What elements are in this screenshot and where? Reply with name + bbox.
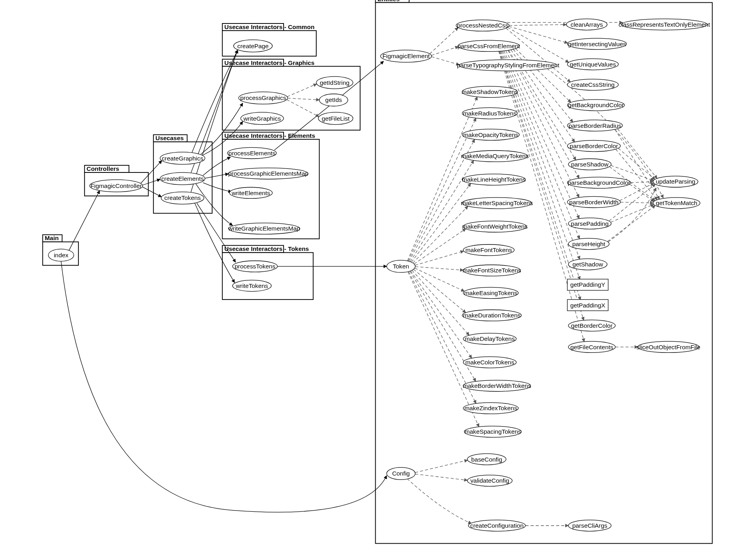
- node-label-makeFontSizeTokens: makeFontSizeTokens: [462, 267, 521, 274]
- node-getBorderColor: getBorderColor: [568, 320, 615, 331]
- node-label-parseBorderWidth: parseBorderWidth: [569, 199, 619, 205]
- node-getTokenMatch: getTokenMatch: [653, 198, 700, 209]
- node-getFileContents: getFileContents: [568, 341, 615, 352]
- node-makeShadowTokens: makeShadowTokens: [462, 86, 518, 98]
- node-createConfiguration: createConfiguration: [468, 520, 526, 531]
- node-cleanArrays: cleanArrays: [566, 19, 607, 30]
- node-label-getPaddingY: getPaddingY: [570, 281, 605, 288]
- node-label-getBorderColor: getBorderColor: [571, 322, 613, 329]
- cluster-label-uiCommon: Usecase Interactors - Common: [224, 23, 314, 30]
- node-label-createTokens: createTokens: [165, 194, 201, 201]
- node-figctrl: FigmagicController: [90, 180, 143, 192]
- node-label-makeBorderWidthTokens: makeBorderWidthTokens: [463, 382, 531, 389]
- node-label-token: Token: [393, 263, 409, 270]
- node-label-processElements: processElements: [229, 150, 276, 157]
- node-label-makeFontWeightTokens: makeFontWeightTokens: [462, 223, 528, 230]
- cluster-entities: Entities: [376, 0, 713, 544]
- node-label-makeRadiusTokens: makeRadiusTokens: [463, 110, 517, 117]
- node-label-makeColorTokens: makeColorTokens: [465, 359, 514, 366]
- node-makeOpacityTokens: makeOpacityTokens: [462, 129, 519, 140]
- node-makeFontSizeTokens: makeFontSizeTokens: [462, 265, 521, 276]
- architecture-diagram: MainControllersUsecasesUsecase Interacto…: [0, 0, 756, 546]
- node-getPaddingX: getPaddingX: [567, 299, 608, 311]
- node-label-makeMediaQueryTokens: makeMediaQueryTokens: [461, 153, 529, 159]
- node-makeSpacingTokens: makeSpacingTokens: [464, 426, 522, 437]
- node-label-getIntersectingValues: getIntersectingValues: [568, 41, 626, 47]
- node-validateConfig: validateConfig: [467, 475, 512, 486]
- node-figelem: FigmagicElement: [380, 50, 431, 63]
- node-label-parseShadow: parseShadow: [571, 161, 609, 168]
- node-label-makeEasingTokens: makeEasingTokens: [464, 290, 518, 296]
- node-label-sliceOutObject: sliceOutObjectFromFile: [637, 344, 700, 350]
- node-label-makeLetterSpacingTokens: makeLetterSpacingTokens: [461, 200, 533, 206]
- node-label-validateConfig: validateConfig: [470, 477, 509, 484]
- node-parsePadding: parsePadding: [568, 218, 611, 229]
- node-createElements: createElements: [160, 172, 205, 185]
- node-label-writeGraphics: writeGraphics: [243, 115, 281, 122]
- node-baseConfig: baseConfig: [467, 454, 506, 465]
- node-label-createCssString: createCssString: [571, 81, 615, 88]
- cluster-label-main: Main: [45, 235, 59, 241]
- node-label-getPaddingX: getPaddingX: [570, 302, 605, 309]
- node-label-cleanArrays: cleanArrays: [571, 21, 603, 28]
- node-makeColorTokens: makeColorTokens: [463, 357, 516, 368]
- node-getUniqueValues: getUniqueValues: [567, 59, 618, 70]
- node-getIdString: getIdString: [316, 76, 353, 89]
- node-makeMediaQueryTokens: makeMediaQueryTokens: [461, 151, 529, 162]
- node-label-makeLineHeightTokens: makeLineHeightTokens: [462, 176, 526, 183]
- node-makeZindexTokens: makeZindexTokens: [463, 403, 518, 414]
- node-parseHeight: parseHeight: [568, 238, 609, 249]
- node-config: Config: [387, 468, 415, 480]
- node-makeFontTokens: makeFontTokens: [463, 245, 514, 256]
- node-writeTokens: writeTokens: [233, 280, 271, 291]
- node-getFileList: getFileList: [318, 112, 353, 125]
- node-getPaddingY: getPaddingY: [567, 279, 608, 290]
- node-updateParsing: updateParsing: [653, 176, 698, 187]
- node-writeGraphics: writeGraphics: [241, 112, 284, 125]
- node-index: index: [48, 249, 74, 261]
- node-label-getTokenMatch: getTokenMatch: [656, 200, 697, 206]
- node-label-makeShadowTokens: makeShadowTokens: [462, 88, 518, 95]
- node-createCssString: createCssString: [567, 79, 618, 90]
- node-label-parsePadding: parsePadding: [571, 220, 609, 227]
- node-label-getShadow: getShadow: [572, 261, 603, 268]
- node-label-makeZindexTokens: makeZindexTokens: [464, 405, 517, 411]
- node-label-figctrl: FigmagicController: [90, 182, 142, 189]
- node-makeDurationTokens: makeDurationTokens: [462, 310, 521, 321]
- svg-rect-15: [376, 2, 713, 543]
- node-label-makeSpacingTokens: makeSpacingTokens: [464, 428, 521, 435]
- cluster-label-uiGraphics: Usecase Interactors - Graphics: [224, 59, 314, 66]
- node-makeFontWeightTokens: makeFontWeightTokens: [462, 221, 528, 232]
- node-parseCssFromElement: parseCssFromElement: [458, 40, 521, 51]
- node-processNestedCss: processNestedCss: [456, 20, 509, 31]
- cluster-label-entities: Entities: [378, 0, 400, 2]
- node-processTokens: processTokens: [233, 261, 278, 272]
- node-label-createElements: createElements: [161, 175, 204, 182]
- node-getIntersectingValues: getIntersectingValues: [567, 38, 627, 49]
- node-getShadow: getShadow: [568, 259, 607, 270]
- node-makeDelayTokens: makeDelayTokens: [463, 333, 516, 344]
- node-makeBorderWidthTokens: makeBorderWidthTokens: [463, 380, 531, 391]
- node-parseBorderRadius: parseBorderRadius: [567, 120, 622, 131]
- node-label-makeDurationTokens: makeDurationTokens: [463, 312, 521, 319]
- node-label-processGraphicElementsMap: processGraphicElementsMap: [228, 170, 308, 177]
- node-label-parseCssFromElement: parseCssFromElement: [458, 43, 521, 49]
- node-label-parseBorderRadius: parseBorderRadius: [568, 122, 621, 129]
- node-writeGraphicElementsMap: writeGraphicElementsMap: [228, 223, 300, 234]
- node-label-parseCliArgs: parseCliArgs: [572, 522, 607, 529]
- node-label-classRepresents: classRepresentsTextOnlyElement: [619, 21, 710, 28]
- node-makeLetterSpacingTokens: makeLetterSpacingTokens: [461, 198, 533, 209]
- node-getBackgroundColor: getBackgroundColor: [567, 100, 625, 111]
- node-label-getFileContents: getFileContents: [570, 344, 613, 350]
- node-parseBorderWidth: parseBorderWidth: [567, 196, 620, 207]
- node-label-figelem: FigmagicElement: [382, 53, 430, 59]
- node-label-parseTypography: parseTypographyStylingFromElement: [457, 62, 560, 68]
- node-createPage: createPage: [233, 40, 272, 52]
- node-label-config: Config: [392, 470, 409, 477]
- node-label-getBackgroundColor: getBackgroundColor: [568, 102, 624, 108]
- node-label-makeDelayTokens: makeDelayTokens: [465, 335, 515, 342]
- node-parseCliArgs: parseCliArgs: [568, 520, 611, 531]
- node-label-parseBackgroundColor: parseBackgroundColor: [568, 179, 630, 186]
- node-label-createConfiguration: createConfiguration: [470, 522, 524, 529]
- node-makeRadiusTokens: makeRadiusTokens: [462, 108, 517, 119]
